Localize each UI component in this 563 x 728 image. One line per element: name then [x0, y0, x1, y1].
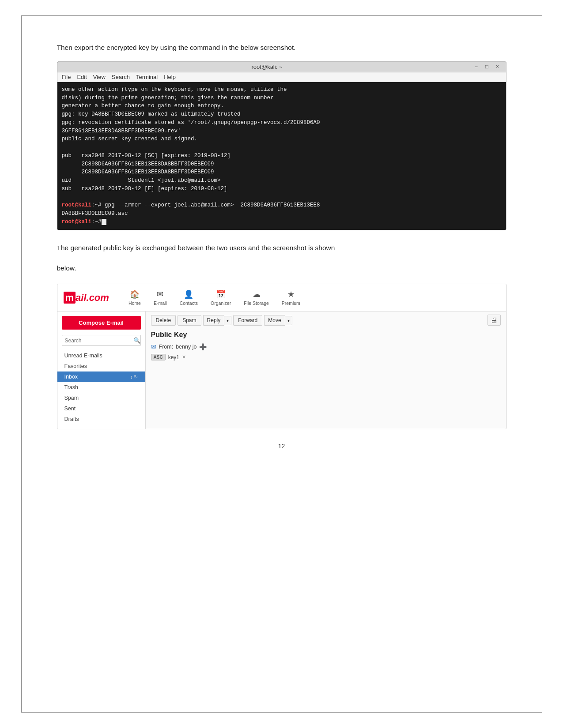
nav-email[interactable]: ✉ E-mail [147, 288, 174, 308]
intro-text: Then export the encrypted key by using t… [57, 42, 506, 53]
move-button[interactable]: Move [264, 315, 284, 326]
mailcom-header: mail.com 🏠 Home ✉ E-mail 👤 Contacts 📅 Or [57, 284, 506, 311]
maximize-icon: □ [483, 64, 491, 70]
sidebar-item-sent[interactable]: Sent [57, 403, 145, 414]
add-contact-icon[interactable]: ➕ [199, 343, 207, 350]
print-icon-area: 🖨 [487, 316, 501, 324]
menu-terminal[interactable]: Terminal [136, 74, 158, 80]
nav-email-label: E-mail [154, 300, 167, 306]
page-number: 12 [57, 443, 506, 450]
nav-file-storage-label: File Storage [244, 300, 269, 306]
nav-organizer-label: Organizer [211, 300, 231, 306]
mailcom-content: Delete Spam Reply ▾ Forward Move ▾ 🖨 [146, 311, 506, 429]
nav-premium-label: Premium [282, 300, 300, 306]
mailcom-logo: mail.com [64, 292, 109, 304]
menu-edit[interactable]: Edit [77, 74, 87, 80]
sidebar-item-favorites[interactable]: Favorites [57, 361, 145, 372]
nav-home-label: Home [128, 300, 141, 306]
desc-text1: The generated public key is exchanged be… [57, 243, 506, 254]
sidebar-item-unread[interactable]: Unread E-mails [57, 350, 145, 361]
desc-text1-content: The generated public key is exchanged be… [57, 244, 335, 251]
mailcom-interface: mail.com 🏠 Home ✉ E-mail 👤 Contacts 📅 Or [57, 284, 506, 429]
forward-button[interactable]: Forward [233, 315, 262, 326]
terminal-menubar: File Edit View Search Terminal Help [57, 72, 506, 82]
contacts-icon: 👤 [184, 289, 193, 299]
email-toolbar: Delete Spam Reply ▾ Forward Move ▾ 🖨 [151, 315, 501, 326]
email-attachment: ASC key1 ✕ [151, 354, 501, 360]
menu-view[interactable]: View [93, 74, 106, 80]
search-bar: 🔍 [62, 335, 141, 346]
inbox-icons: ↕ ↻ [130, 374, 138, 380]
nav-contacts[interactable]: 👤 Contacts [174, 288, 204, 308]
sidebar-item-spam[interactable]: Spam [57, 393, 145, 403]
attachment-remove-button[interactable]: ✕ [182, 354, 186, 360]
home-icon: 🏠 [130, 289, 140, 299]
compose-button[interactable]: Compose E-mail [62, 316, 141, 330]
mailcom-main: Compose E-mail 🔍 Unread E-mails Favorite… [57, 311, 506, 429]
from-name: benny jo [176, 344, 196, 350]
move-dropdown-button[interactable]: ▾ [285, 316, 292, 325]
nav-contacts-label: Contacts [180, 300, 198, 306]
terminal-titlebar: root@kali: ~ − □ × [57, 62, 506, 72]
reply-button[interactable]: Reply [203, 315, 224, 326]
email-from: ✉ From: benny jo ➕ [151, 343, 501, 350]
nav-organizer[interactable]: 📅 Organizer [204, 288, 238, 308]
spam-button[interactable]: Spam [178, 315, 201, 326]
nav-premium[interactable]: ★ Premium [276, 288, 307, 308]
page: Then export the encrypted key by using t… [21, 15, 542, 713]
mailcom-sidebar: Compose E-mail 🔍 Unread E-mails Favorite… [57, 311, 146, 429]
sidebar-item-inbox[interactable]: Inbox ↕ ↻ [57, 372, 145, 382]
organizer-icon: 📅 [216, 289, 226, 299]
reply-button-group: Reply ▾ [203, 315, 232, 326]
menu-search[interactable]: Search [112, 74, 130, 80]
from-label: From: [159, 344, 174, 350]
minimize-icon: − [472, 64, 480, 70]
nav-home[interactable]: 🏠 Home [122, 288, 147, 308]
premium-icon: ★ [287, 289, 295, 299]
email-subject: Public Key [151, 331, 501, 339]
terminal-controls: − □ × [472, 64, 502, 70]
terminal-title: root@kali: ~ [62, 64, 472, 70]
reply-dropdown-button[interactable]: ▾ [224, 316, 231, 325]
search-icon: 🔍 [133, 337, 140, 344]
nav-file-storage[interactable]: ☁ File Storage [238, 288, 276, 308]
attachment-name: key1 [168, 354, 179, 360]
mailcom-nav: 🏠 Home ✉ E-mail 👤 Contacts 📅 Organizer ☁ [122, 288, 307, 308]
search-input[interactable] [65, 338, 131, 344]
delete-button[interactable]: Delete [151, 315, 176, 326]
desc-text2: below. [57, 263, 506, 274]
terminal-screenshot: root@kali: ~ − □ × File Edit View Search… [57, 61, 506, 230]
terminal-body: some other action (type on the keyboard,… [57, 82, 506, 230]
print-icon[interactable]: 🖨 [487, 315, 501, 326]
close-icon: × [494, 64, 502, 70]
file-storage-icon: ☁ [253, 289, 261, 299]
inbox-label: Inbox [64, 374, 78, 380]
email-icon: ✉ [157, 289, 163, 299]
sidebar-item-trash[interactable]: Trash [57, 382, 145, 393]
menu-file[interactable]: File [62, 74, 71, 80]
sidebar-item-drafts[interactable]: Drafts [57, 414, 145, 424]
envelope-icon: ✉ [151, 343, 156, 350]
move-button-group: Move ▾ [264, 315, 292, 326]
menu-help[interactable]: Help [164, 74, 176, 80]
attachment-badge: ASC [151, 354, 166, 360]
